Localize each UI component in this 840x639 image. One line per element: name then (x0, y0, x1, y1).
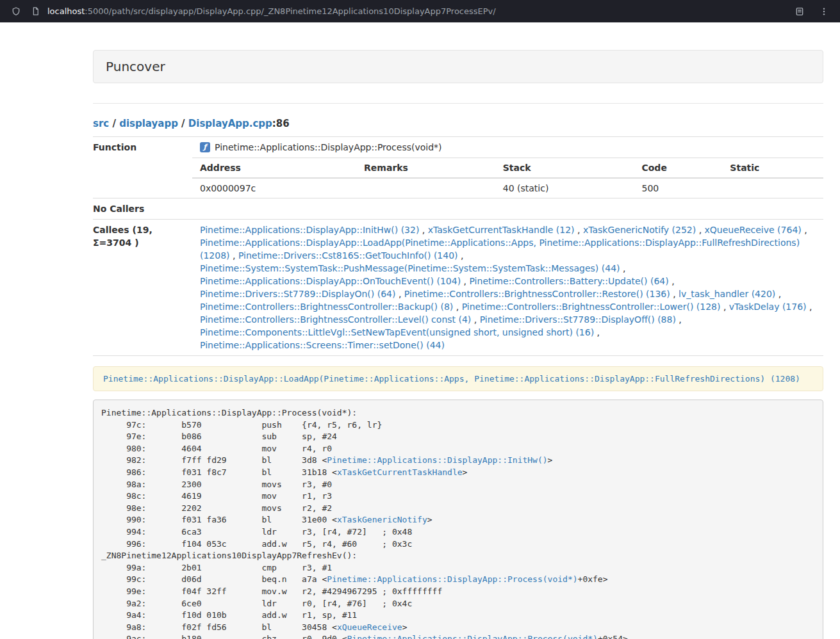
breadcrumb-line-number: :86 (272, 118, 290, 129)
callees-row: Callees (19, Σ=3704 ) Pinetime::Applicat… (93, 220, 823, 356)
shield-icon[interactable] (9, 4, 23, 19)
callee-link[interactable]: xQueueReceive (764) (705, 225, 802, 235)
callee-separator: , (802, 225, 807, 235)
function-label: Function (93, 137, 192, 198)
disasm-line: 986: f031 f8c7 bl 31b18 <xTaskGetCurrent… (101, 467, 815, 479)
column-stack: Stack (495, 158, 634, 178)
app-title: Puncover (106, 59, 811, 74)
page-icon (28, 4, 42, 19)
code-value: 500 (634, 178, 722, 198)
disasm-line: 97e: b086 sub sp, #24 (101, 431, 815, 443)
callee-link[interactable]: Pinetime::Components::LittleVgl::SetNewT… (200, 327, 594, 337)
disasm-line: 9ac: b180 cbz r0, 9d0 <Pinetime::Applica… (101, 633, 815, 639)
callee-link[interactable]: Pinetime::Applications::Screens::Timer::… (200, 340, 445, 350)
callee-separator: , (453, 302, 461, 312)
callee-separator: , (395, 289, 404, 299)
disasm-symbol-link[interactable]: Pinetime::Applications::DisplayApp::Init… (327, 455, 547, 465)
disasm-line: 99a: 2b01 cmp r3, #1 (101, 562, 815, 574)
callee-link[interactable]: Pinetime::Applications::DisplayApp::Init… (200, 225, 419, 235)
remarks-value (356, 178, 495, 198)
callee-link[interactable]: Pinetime::Applications::DisplayApp::OnTo… (200, 276, 461, 286)
callee-link[interactable]: Pinetime::Drivers::St7789::DisplayOff() … (480, 314, 676, 325)
no-callers-empty-cell (192, 198, 823, 220)
callee-link[interactable]: Pinetime::Controllers::BrightnessControl… (462, 302, 721, 312)
callee-separator: , (670, 289, 679, 299)
callee-separator: , (775, 289, 781, 299)
toolbar-right-icons (782, 4, 831, 19)
disasm-line: 97c: b570 push {r4, r5, r6, lr} (101, 419, 815, 432)
disasm-symbol-link[interactable]: Pinetime::Applications::DisplayApp::Proc… (327, 574, 577, 584)
static-value (722, 178, 823, 198)
column-static: Static (722, 158, 823, 178)
selected-symbol-link[interactable]: Pinetime::Applications::DisplayApp::Load… (93, 366, 823, 391)
callee-separator: , (676, 314, 682, 325)
url-host: localhost (47, 6, 85, 16)
column-address: Address (192, 158, 356, 178)
address-table: Address Remarks Stack Code Static 0x0000… (192, 158, 823, 198)
disasm-line: _ZN8Pinetime12Applications10DisplayApp7R… (101, 550, 815, 562)
callee-link[interactable]: Pinetime::Controllers::Battery::Update()… (469, 276, 668, 286)
function-name: Pinetime::Applications::DisplayApp::Proc… (215, 141, 442, 154)
callee-link[interactable]: Pinetime::Drivers::Cst816S::GetTouchInfo… (238, 250, 458, 261)
callee-separator: , (458, 250, 464, 261)
disasm-line: 9a2: 6ce0 ldr r0, [r4, #76] ; 0x4c (101, 598, 815, 610)
disassembly-block: Pinetime::Applications::DisplayApp::Proc… (93, 400, 823, 639)
callee-separator: , (669, 276, 675, 286)
divider (93, 103, 823, 104)
no-callers-row: No Callers (93, 198, 823, 220)
app-header: Puncover (93, 50, 823, 83)
url-bar[interactable]: localhost:5000/path/src/displayapp/Displ… (47, 6, 782, 16)
breadcrumb-item-file[interactable]: DisplayApp.cpp (188, 118, 272, 129)
disasm-line: 99c: d06d beq.n a7a <Pinetime::Applicati… (101, 574, 815, 586)
callee-link[interactable]: xTaskGenericNotify (252) (583, 225, 696, 235)
column-remarks: Remarks (356, 158, 495, 178)
callee-link[interactable]: xTaskGetCurrentTaskHandle (12) (428, 225, 575, 235)
address-table-row: 0x0000097c 40 (static) 500 (192, 178, 823, 198)
disasm-line: 99e: f04f 32ff mov.w r2, #4294967295 ; 0… (101, 586, 815, 598)
disasm-line: 980: 4604 mov r4, r0 (101, 443, 815, 455)
disasm-line: 990: f031 fa36 bl 31e00 <xTaskGenericNot… (101, 514, 815, 526)
disasm-symbol-link[interactable]: xTaskGetCurrentTaskHandle (337, 467, 463, 477)
callee-separator: , (720, 302, 729, 312)
callee-link[interactable]: vTaskDelay (176) (729, 302, 807, 312)
address-value: 0x0000097c (192, 178, 356, 198)
disasm-symbol-link[interactable]: Pinetime::Applications::DisplayApp::Proc… (347, 634, 598, 639)
callee-separator: , (575, 225, 583, 235)
url-path: :5000/path/src/displayapp/DisplayApp.cpp… (85, 6, 495, 16)
disasm-line: 98a: 2300 movs r3, #0 (101, 479, 815, 491)
function-icon: ƒ (200, 142, 210, 152)
callee-separator: , (230, 250, 238, 261)
breadcrumb-item-displayapp[interactable]: displayapp (119, 118, 178, 129)
callee-separator: , (620, 263, 626, 273)
callee-separator: , (461, 276, 469, 286)
breadcrumb-item-src[interactable]: src (93, 118, 109, 129)
no-callers-label: No Callers (93, 198, 192, 220)
menu-kebab-icon[interactable] (817, 4, 831, 19)
callee-link[interactable]: Pinetime::Controllers::BrightnessControl… (200, 314, 471, 325)
disasm-line: 98c: 4619 mov r1, r3 (101, 490, 815, 503)
callee-link[interactable]: Pinetime::Drivers::St7789::DisplayOn() (… (200, 289, 395, 299)
callee-link[interactable]: Pinetime::System::SystemTask::PushMessag… (200, 263, 620, 273)
main-content: Puncover src / displayapp / DisplayApp.c… (93, 50, 823, 639)
disasm-line: 982: f7ff fd29 bl 3d8 <Pinetime::Applica… (101, 455, 815, 467)
stack-value: 40 (static) (495, 178, 634, 198)
disasm-symbol-link[interactable]: xQueueReceive (337, 622, 402, 632)
function-row: Function ƒ Pinetime::Applications::Displ… (93, 137, 823, 198)
disasm-line: 994: 6ca3 ldr r3, [r4, #72] ; 0x48 (101, 526, 815, 538)
address-table-header-row: Address Remarks Stack Code Static (192, 158, 823, 178)
callee-separator: , (696, 225, 704, 235)
function-name-row: ƒ Pinetime::Applications::DisplayApp::Pr… (192, 137, 823, 158)
callees-list: Pinetime::Applications::DisplayApp::Init… (192, 220, 823, 356)
column-code: Code (634, 158, 722, 178)
disasm-line: 98e: 2202 movs r2, #2 (101, 503, 815, 515)
callee-separator: , (807, 302, 812, 312)
breadcrumb-separator: / (178, 118, 188, 129)
breadcrumb-separator: / (109, 118, 119, 129)
breadcrumb: src / displayapp / DisplayApp.cpp:86 (93, 118, 823, 129)
disasm-symbol-link[interactable]: xTaskGenericNotify (337, 515, 427, 524)
callees-label: Callees (19, Σ=3704 ) (93, 220, 192, 356)
callee-link[interactable]: Pinetime::Controllers::BrightnessControl… (404, 289, 670, 299)
callee-link[interactable]: Pinetime::Controllers::BrightnessControl… (200, 302, 453, 312)
reader-mode-icon[interactable] (793, 4, 807, 19)
callee-link[interactable]: lv_task_handler (420) (679, 289, 775, 299)
